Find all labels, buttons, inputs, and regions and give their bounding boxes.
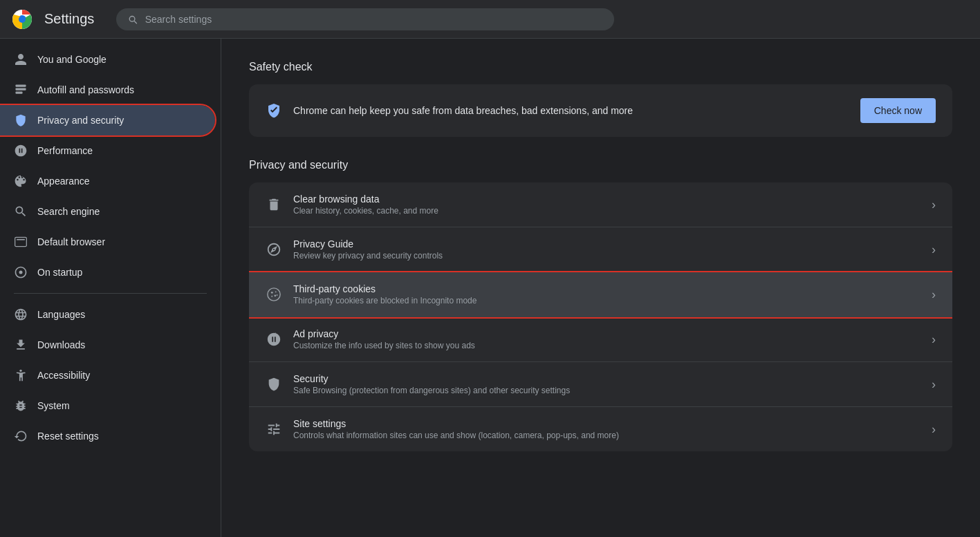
sidebar-item-languages[interactable]: Languages (0, 299, 215, 330)
check-now-button[interactable]: Check now (860, 98, 936, 123)
site-settings-icon (266, 421, 282, 437)
third-party-cookies-title: Third-party cookies (293, 283, 921, 294)
sidebar-item-downloads[interactable]: Downloads (0, 330, 215, 360)
sidebar-label-you-and-google: You and Google (37, 54, 107, 65)
privacy-item-ad-privacy[interactable]: Ad privacy Customize the info used by si… (249, 317, 952, 362)
svg-rect-4 (16, 88, 26, 91)
content-area: Safety check Chrome can help keep you sa… (221, 39, 980, 537)
compass-icon (266, 241, 282, 258)
security-desc: Safe Browsing (protection from dangerous… (293, 386, 921, 395)
sidebar-item-appearance[interactable]: Appearance (0, 166, 215, 196)
sidebar-label-system: System (37, 400, 70, 411)
ad-privacy-title: Ad privacy (293, 328, 921, 339)
privacy-guide-title: Privacy Guide (293, 238, 921, 249)
privacy-security-section: Privacy and security Clear browsing data… (249, 159, 952, 451)
privacy-guide-desc: Review key privacy and security controls (293, 251, 921, 261)
ad-privacy-icon (266, 331, 282, 348)
trash-icon (266, 196, 282, 213)
chevron-right-icon-4: › (932, 332, 936, 347)
chrome-logo-icon (11, 8, 33, 30)
safety-check-title: Safety check (249, 61, 952, 73)
sidebar-item-default-browser[interactable]: Default browser (0, 227, 215, 257)
third-party-cookies-desc: Third-party cookies are blocked in Incog… (293, 296, 921, 305)
default-browser-icon (14, 235, 28, 249)
sidebar-item-search-engine[interactable]: Search engine (0, 196, 215, 227)
sidebar-item-reset-settings[interactable]: Reset settings (0, 421, 215, 451)
sidebar-item-privacy-security[interactable]: Privacy and security (0, 105, 215, 135)
sidebar-item-system[interactable]: System (0, 390, 215, 421)
appearance-icon (14, 174, 28, 188)
clear-browsing-text: Clear browsing data Clear history, cooki… (293, 194, 921, 216)
sidebar-label-accessibility: Accessibility (37, 370, 90, 381)
sidebar-label-autofill: Autofill and passwords (37, 84, 134, 95)
privacy-items-list: Clear browsing data Clear history, cooki… (249, 182, 952, 451)
ad-privacy-text: Ad privacy Customize the info used by si… (293, 328, 921, 350)
sidebar-label-default-browser: Default browser (37, 236, 105, 247)
privacy-item-privacy-guide[interactable]: Privacy Guide Review key privacy and sec… (249, 227, 952, 272)
privacy-item-clear-browsing[interactable]: Clear browsing data Clear history, cooki… (249, 182, 952, 227)
chevron-right-icon-3: › (932, 288, 936, 302)
safety-check-card: Chrome can help keep you safe from data … (249, 84, 952, 137)
svg-point-2 (19, 16, 26, 23)
security-title: Security (293, 373, 921, 384)
chevron-right-icon: › (932, 198, 936, 212)
accessibility-icon (14, 368, 28, 382)
svg-rect-3 (16, 85, 26, 87)
third-party-cookies-text: Third-party cookies Third-party cookies … (293, 283, 921, 305)
sidebar: You and Google Autofill and passwords Pr… (0, 39, 221, 537)
site-settings-desc: Controls what information sites can use … (293, 431, 921, 440)
clear-browsing-title: Clear browsing data (293, 194, 921, 205)
sidebar-item-performance[interactable]: Performance (0, 135, 215, 166)
svg-point-8 (19, 271, 23, 274)
search-bar[interactable] (116, 8, 614, 30)
sidebar-item-on-startup[interactable]: On startup (0, 257, 215, 288)
main-layout: You and Google Autofill and passwords Pr… (0, 39, 980, 537)
safety-check-text: Chrome can help keep you safe from data … (293, 105, 849, 116)
startup-icon (14, 265, 28, 279)
chevron-right-icon-2: › (932, 243, 936, 257)
svg-point-15 (277, 294, 278, 296)
svg-point-14 (271, 296, 272, 297)
ad-privacy-desc: Customize the info used by sites to show… (293, 341, 921, 350)
sidebar-item-you-and-google[interactable]: You and Google (0, 44, 215, 75)
sidebar-label-performance: Performance (37, 145, 93, 156)
autofill-icon (14, 83, 28, 97)
privacy-item-security[interactable]: Security Safe Browsing (protection from … (249, 362, 952, 407)
privacy-item-site-settings[interactable]: Site settings Controls what information … (249, 407, 952, 451)
system-icon (14, 399, 28, 413)
svg-point-9 (19, 370, 21, 372)
svg-point-12 (275, 291, 277, 292)
privacy-item-third-party-cookies[interactable]: Third-party cookies Third-party cookies … (249, 272, 952, 317)
security-text: Security Safe Browsing (protection from … (293, 373, 921, 395)
sidebar-label-privacy: Privacy and security (37, 115, 124, 126)
chevron-right-icon-6: › (932, 422, 936, 437)
reset-icon (14, 429, 28, 443)
sidebar-label-downloads: Downloads (37, 339, 85, 350)
svg-point-13 (274, 294, 276, 296)
safety-shield-icon (266, 102, 282, 119)
site-settings-text: Site settings Controls what information … (293, 418, 921, 440)
sidebar-item-autofill[interactable]: Autofill and passwords (0, 75, 215, 105)
svg-point-11 (271, 292, 273, 294)
search-input[interactable] (145, 14, 604, 25)
clear-browsing-desc: Clear history, cookies, cache, and more (293, 206, 921, 216)
search-engine-icon (14, 205, 28, 218)
privacy-guide-text: Privacy Guide Review key privacy and sec… (293, 238, 921, 261)
top-bar: Settings (0, 0, 980, 39)
site-settings-title: Site settings (293, 418, 921, 429)
security-shield-icon (266, 376, 282, 393)
svg-rect-6 (15, 237, 27, 246)
sidebar-label-appearance: Appearance (37, 176, 90, 187)
person-icon (14, 53, 28, 66)
languages-icon (14, 308, 28, 321)
shield-icon (14, 113, 28, 127)
app-title: Settings (44, 11, 94, 27)
sidebar-item-accessibility[interactable]: Accessibility (0, 360, 215, 390)
svg-rect-7 (17, 239, 25, 241)
svg-point-10 (268, 288, 280, 301)
sidebar-label-on-startup: On startup (37, 267, 82, 278)
sidebar-label-languages: Languages (37, 309, 85, 320)
safety-check-section: Safety check Chrome can help keep you sa… (249, 61, 952, 137)
sidebar-label-search-engine: Search engine (37, 206, 100, 217)
cookies-icon (266, 286, 282, 303)
